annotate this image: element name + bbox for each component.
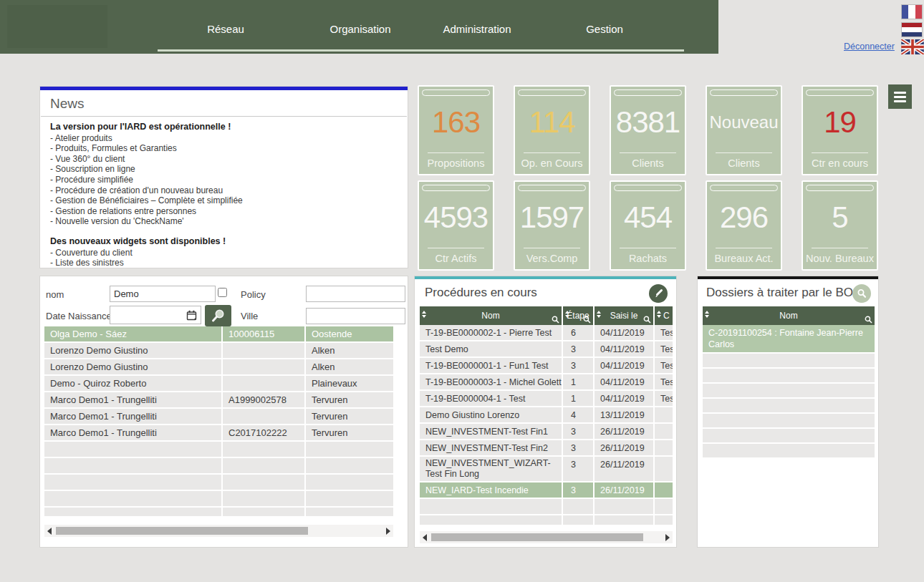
netherlands-flag-icon[interactable] bbox=[901, 22, 923, 37]
nav-item-gestion[interactable]: Gestion bbox=[586, 23, 623, 35]
stat-tile-rachats[interactable]: 454 Rachats bbox=[610, 180, 686, 271]
table-row[interactable]: C-20191100254 : Fontaine Jean-Pierre Car… bbox=[703, 325, 875, 354]
table-row[interactable]: Test Demo 3 04/11/2019 Tes bbox=[420, 341, 673, 358]
news-title: News bbox=[50, 96, 398, 112]
uk-flag-icon[interactable] bbox=[901, 39, 924, 54]
date-naissance-input[interactable] bbox=[110, 306, 182, 324]
news-item: - Liste des sinistres bbox=[50, 258, 398, 268]
scroll-right-icon[interactable] bbox=[665, 534, 670, 541]
table-row[interactable]: NEW_INVESTMENT-Test Fin1 3 26/11/2019 bbox=[420, 424, 673, 440]
table-row[interactable]: NEW_IARD-Test Incendie 3 26/11/2019 bbox=[420, 482, 673, 499]
stat-tile-versements-comp[interactable]: 1597 Vers.Comp bbox=[514, 180, 590, 271]
scrollbar-thumb[interactable] bbox=[56, 527, 308, 535]
table-row[interactable]: T-19-BE0000001-1 - Fun1 Test 3 04/11/201… bbox=[420, 358, 673, 374]
table-row[interactable]: Lorenzo Demo Giustino Alken bbox=[44, 343, 393, 359]
policy-label: Policy bbox=[241, 289, 266, 300]
stat-label: Ctr en cours bbox=[803, 157, 877, 169]
empty-table-row bbox=[44, 442, 393, 458]
table-header: Nom Étape Saisi le C bbox=[420, 306, 673, 325]
uk-flag-svg bbox=[901, 39, 924, 54]
stat-value: 454 bbox=[611, 198, 685, 238]
news-heading: La version pour l'IARD est opérationnell… bbox=[50, 122, 398, 132]
table-row[interactable]: Marco Demo1 - Trungelliti Tervuren bbox=[44, 409, 393, 425]
table-row[interactable]: T-19-BE0000002-1 - Pierre Test 6 04/11/2… bbox=[420, 325, 673, 341]
empty-table-row bbox=[44, 458, 393, 475]
procedures-table: Nom Étape Saisi le C T-19-BE0000002-1 - … bbox=[420, 306, 673, 526]
scroll-left-icon[interactable] bbox=[47, 528, 52, 535]
empty-table-row bbox=[703, 369, 875, 384]
filter-search-icon[interactable] bbox=[552, 316, 559, 324]
table-row[interactable]: Demo Giustino Lorenzo 4 13/11/2019 bbox=[420, 407, 673, 424]
stat-label: Clients bbox=[707, 157, 781, 169]
client-search-panel: nom Policy Date Naissance Ville Olga Dem… bbox=[39, 276, 408, 548]
sort-icon[interactable] bbox=[705, 311, 709, 318]
column-header-etape[interactable]: Étape bbox=[562, 306, 593, 325]
nav-item-organisation[interactable]: Organisation bbox=[329, 23, 390, 35]
scroll-left-icon[interactable] bbox=[423, 534, 427, 541]
stat-label: Bureaux Act. bbox=[707, 253, 781, 264]
scroll-right-icon[interactable] bbox=[386, 528, 390, 535]
search-icon[interactable] bbox=[852, 284, 871, 303]
filter-search-icon[interactable] bbox=[643, 316, 651, 324]
edit-icon[interactable] bbox=[649, 284, 668, 303]
table-row[interactable]: T-19-BE0000004-1 - Test 1 04/11/2019 Tes bbox=[420, 391, 673, 407]
table-row[interactable]: Lorenzo Demo Giustino Alken bbox=[44, 359, 393, 376]
sort-icon[interactable] bbox=[565, 311, 569, 318]
date-naissance-label: Date Naissance bbox=[46, 311, 112, 321]
empty-table-row bbox=[703, 354, 875, 369]
stat-tile-bureaux-actifs[interactable]: 296 Bureaux Act. bbox=[706, 180, 782, 271]
stat-tile-nouveaux-bureaux[interactable]: 5 Nouv. Bureaux bbox=[802, 180, 878, 271]
empty-table-row bbox=[420, 515, 673, 526]
stat-label: Nouv. Bureaux bbox=[803, 253, 877, 264]
date-naissance-field[interactable] bbox=[110, 306, 201, 324]
sort-icon[interactable] bbox=[597, 311, 601, 318]
table-row[interactable]: Demo - Quiroz Roberto Plainevaux bbox=[44, 376, 393, 392]
ville-input[interactable] bbox=[306, 308, 405, 324]
column-header-nom[interactable]: Nom bbox=[420, 306, 562, 325]
nav-item-administration[interactable]: Administration bbox=[443, 23, 511, 35]
hamburger-menu-icon[interactable] bbox=[888, 84, 912, 109]
calendar-icon[interactable] bbox=[186, 310, 197, 321]
stat-tile-nouveau-clients[interactable]: Nouveau Clients bbox=[706, 85, 782, 175]
filter-search-icon[interactable] bbox=[865, 316, 872, 324]
news-item: - Vue 360° du client bbox=[50, 154, 398, 165]
search-button[interactable] bbox=[205, 305, 231, 326]
stat-tile-operations-en-cours[interactable]: 114 Op. en Cours bbox=[514, 85, 590, 175]
column-header-nom[interactable]: Nom bbox=[703, 306, 875, 325]
stat-tile-clients[interactable]: 8381 Clients bbox=[610, 85, 686, 175]
horizontal-scrollbar[interactable] bbox=[44, 525, 393, 537]
news-item: - Souscription en ligne bbox=[50, 164, 398, 175]
policy-input[interactable] bbox=[306, 286, 405, 302]
news-item: - Gestion de Bénéficiaires – Complète et… bbox=[50, 195, 398, 206]
logo-placeholder bbox=[7, 5, 107, 48]
stat-tile-propositions[interactable]: 163 Propositions bbox=[418, 85, 494, 175]
scrollbar-thumb[interactable] bbox=[431, 533, 643, 541]
stat-value: 19 bbox=[803, 102, 877, 142]
logout-link[interactable]: Déconnecter bbox=[844, 42, 895, 52]
empty-table-row bbox=[703, 399, 875, 414]
empty-table-row bbox=[703, 384, 875, 399]
nom-input[interactable] bbox=[110, 286, 216, 302]
column-header-saisi-le[interactable]: Saisi le bbox=[593, 306, 653, 325]
dossiers-accent-bar bbox=[697, 276, 879, 279]
stat-label: Propositions bbox=[419, 157, 493, 169]
horizontal-scrollbar[interactable] bbox=[420, 531, 673, 543]
procedures-title: Procédures en cours bbox=[425, 286, 537, 300]
table-row[interactable]: Olga Demo - Sáez 100006115 Oostende bbox=[44, 326, 393, 343]
table-row[interactable]: Marco Demo1 - Trungelliti C2017102222 Te… bbox=[44, 425, 393, 442]
table-row[interactable]: NEW_INVESTMENT-Test Fin2 3 26/11/2019 bbox=[420, 440, 673, 457]
table-row[interactable]: NEW_INVESTMENT_WIZART-Test Fin Long 3 26… bbox=[420, 457, 673, 482]
sort-icon[interactable] bbox=[657, 311, 661, 318]
column-header-clipped[interactable]: C bbox=[653, 306, 673, 325]
stat-tile-contrats-actifs[interactable]: 4593 Ctr Actifs bbox=[418, 180, 494, 271]
stat-label: Op. en Cours bbox=[515, 157, 589, 169]
search-checkbox[interactable] bbox=[218, 288, 227, 297]
sort-icon[interactable] bbox=[422, 311, 426, 318]
france-flag-icon[interactable] bbox=[901, 4, 923, 19]
filter-search-icon[interactable] bbox=[583, 316, 591, 324]
table-row[interactable]: Marco Demo1 - Trungelliti A1999002578 Te… bbox=[44, 392, 393, 409]
table-row[interactable]: T-19-BE0000003-1 - Michel Golett 1 04/11… bbox=[420, 374, 673, 391]
nav-item-reseau[interactable]: Réseau bbox=[207, 23, 244, 35]
stat-tile-contrats-en-cours[interactable]: 19 Ctr en cours bbox=[802, 85, 878, 175]
news-item: - Nouvelle version du 'CheckName' bbox=[50, 216, 398, 227]
